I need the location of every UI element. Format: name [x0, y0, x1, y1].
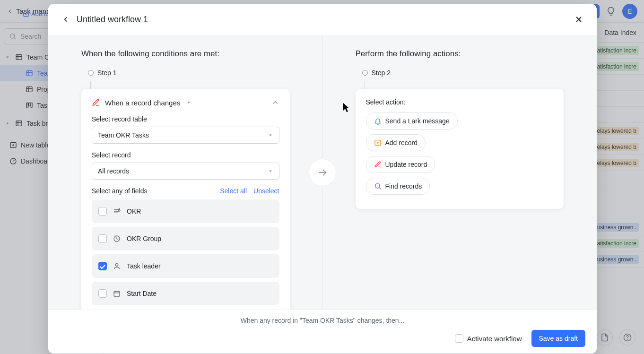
field-label: Start Date [127, 290, 157, 297]
date-icon [113, 290, 121, 297]
step-2-label: Step 2 [362, 69, 564, 77]
modal-title: Untitled workflow 1 [77, 15, 148, 25]
modal-footer: When any record in "Team OKR Tasks" chan… [48, 310, 597, 354]
action-label: Send a Lark message [385, 117, 450, 125]
field-row[interactable]: Start Date [92, 282, 279, 305]
table-select[interactable]: Team OKR Tasks [92, 127, 279, 144]
flow-arrow-icon [309, 159, 336, 186]
svg-marker-31 [187, 102, 190, 104]
person-icon [113, 262, 121, 270]
field-label: Task leader [127, 262, 161, 270]
close-button[interactable] [572, 13, 585, 26]
step-dot-icon [362, 70, 368, 76]
field-checkbox[interactable] [98, 289, 107, 298]
checkbox-icon [455, 334, 463, 343]
svg-rect-37 [114, 291, 120, 296]
trigger-card: When a record changes Select record tabl… [81, 89, 290, 310]
conditions-heading: When the following conditions are met: [81, 49, 290, 59]
svg-marker-32 [269, 135, 272, 137]
edit-icon [92, 98, 100, 107]
collapse-button[interactable] [271, 98, 279, 107]
select-icon [113, 235, 121, 242]
save-draft-button[interactable]: Save as draft [531, 330, 586, 347]
field-row[interactable]: AOKR [92, 199, 279, 223]
select-record-label: Select record [92, 151, 279, 159]
action-search-button[interactable]: Find records [366, 178, 430, 195]
actions-heading: Perform the following actions: [356, 49, 564, 59]
field-label: OKR [127, 207, 141, 215]
svg-marker-33 [269, 171, 272, 173]
select-all-link[interactable]: Select all [220, 187, 247, 195]
record-select[interactable]: All records [92, 163, 279, 180]
select-action-label: Select action: [366, 98, 554, 106]
conditions-pane: When the following conditions are met: S… [48, 35, 322, 310]
svg-point-36 [115, 264, 118, 266]
text-icon: A [113, 207, 121, 215]
bell-icon [374, 117, 382, 125]
action-bell-button[interactable]: Send a Lark message [366, 112, 458, 130]
svg-text:A: A [118, 208, 120, 211]
workflow-summary: When any record in "Team OKR Tasks" chan… [60, 317, 585, 324]
select-table-label: Select record table [92, 115, 279, 123]
fields-label: Select any of fields [92, 187, 148, 195]
field-checkbox[interactable] [98, 234, 107, 243]
step-1-label: Step 1 [88, 69, 290, 77]
unselect-link[interactable]: Unselect [253, 187, 279, 195]
field-checkbox[interactable] [98, 262, 107, 270]
chevron-down-icon [268, 132, 273, 138]
action-edit-button[interactable]: Update record [366, 156, 435, 173]
action-add-button[interactable]: Add record [366, 134, 426, 151]
svg-point-44 [375, 184, 379, 188]
back-button[interactable] [60, 13, 72, 26]
activate-workflow-checkbox[interactable]: Activate workflow [455, 334, 522, 343]
field-checkbox[interactable] [98, 207, 107, 216]
step-dot-icon [88, 70, 94, 76]
workflow-modal: Untitled workflow 1 When the following c… [48, 4, 597, 354]
action-label: Find records [385, 182, 422, 190]
edit-icon [374, 161, 382, 168]
field-label: OKR Group [127, 235, 161, 242]
actions-pane: Perform the following actions: Step 2 Se… [322, 35, 597, 310]
action-label: Add record [385, 139, 418, 147]
field-row[interactable]: Task leader [92, 254, 279, 278]
action-card: Select action: Send a Lark messageAdd re… [356, 89, 564, 209]
action-label: Update record [385, 161, 427, 168]
add-icon [374, 139, 382, 147]
svg-line-45 [379, 188, 381, 189]
search-icon [374, 182, 382, 190]
trigger-name: When a record changes [105, 99, 180, 107]
field-row[interactable]: OKR Group [92, 227, 279, 250]
modal-header: Untitled workflow 1 [48, 4, 597, 35]
trigger-dropdown-icon[interactable] [186, 100, 191, 105]
chevron-down-icon [268, 168, 273, 174]
